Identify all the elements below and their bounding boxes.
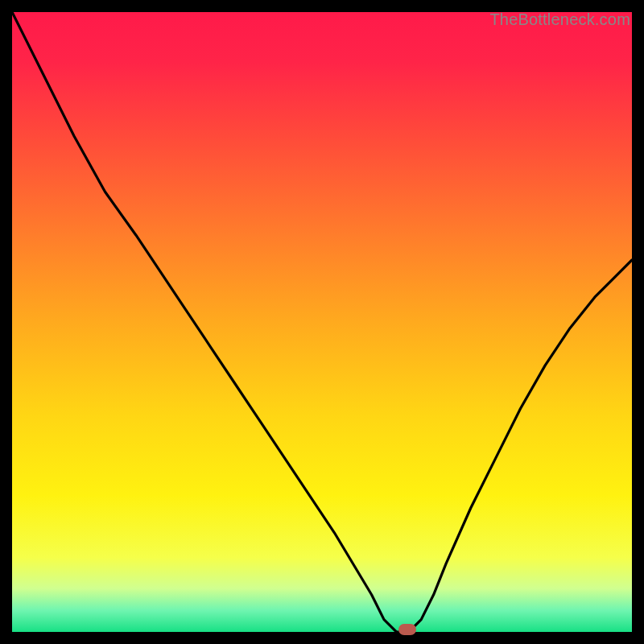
optimal-point-marker bbox=[398, 624, 416, 635]
watermark-text: TheBottleneck.com bbox=[489, 10, 630, 29]
chart-plot bbox=[12, 12, 632, 632]
chart-frame: TheBottleneck.com bbox=[12, 12, 632, 632]
chart-background bbox=[12, 12, 632, 632]
